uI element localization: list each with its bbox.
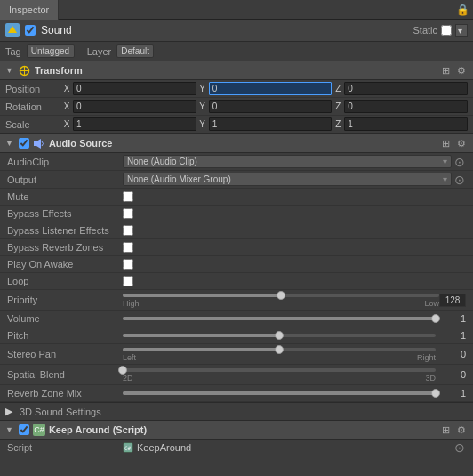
volume-slider-wrap (123, 315, 436, 322)
mute-checkbox[interactable] (123, 191, 133, 202)
output-value: None (Audio Mixer Group) (127, 174, 231, 184)
script-active-checkbox[interactable] (19, 424, 29, 435)
tab-bar: Inspector 🔒 (0, 0, 473, 20)
audioclip-dropdown[interactable]: None (Audio Clip) ▾ (123, 155, 452, 168)
loop-row: Loop (0, 273, 473, 290)
scale-x-label: X (62, 119, 71, 129)
play-on-awake-checkbox[interactable] (123, 259, 133, 270)
priority-low: Low (424, 299, 439, 308)
spatial-blend-track[interactable] (123, 368, 436, 372)
tag-layer-row: Tag Untagged Layer Default (0, 42, 473, 61)
object-active-checkbox[interactable] (25, 25, 36, 36)
scale-z-input[interactable] (344, 117, 468, 131)
priority-value[interactable]: 128 (439, 294, 466, 307)
static-dropdown[interactable]: ▾ (455, 24, 468, 37)
rot-z-input[interactable] (344, 100, 468, 113)
script-dot[interactable]: ⊙ (453, 441, 466, 454)
stereo-pan-track[interactable] (123, 348, 436, 351)
rot-x-label: X (62, 101, 71, 111)
transform-info-icon[interactable]: ⊞ (439, 64, 452, 77)
transform-icon (19, 64, 31, 77)
stereo-pan-row: Stereo Pan Left Right 0 (0, 344, 473, 365)
volume-thumb[interactable] (431, 314, 440, 323)
pitch-thumb[interactable] (275, 331, 284, 340)
stereo-pan-value[interactable]: 0 (439, 349, 466, 359)
pos-z-label: Z (333, 84, 342, 93)
scale-y-input[interactable] (209, 117, 333, 131)
pos-y-label: Y (198, 84, 207, 93)
layer-label: Layer (87, 46, 112, 57)
3d-settings-label: 3D Sound Settings (20, 407, 101, 417)
svg-rect-5 (34, 141, 36, 146)
stereo-left: Left (123, 353, 136, 362)
svg-marker-6 (36, 139, 41, 149)
pos-z-input[interactable] (344, 82, 468, 95)
reverb-label: Reverb Zone Mix (7, 388, 123, 399)
bypass-effects-row: Bypass Effects (0, 206, 473, 222)
priority-thumb[interactable] (277, 291, 285, 300)
transform-header[interactable]: ▼ Transform ⊞ ⚙ (0, 61, 473, 80)
pitch-track[interactable] (123, 334, 436, 337)
lock-icon[interactable]: 🔒 (456, 4, 469, 16)
rot-z-label: Z (333, 101, 342, 111)
spatial-blend-value[interactable]: 0 (439, 369, 466, 380)
rot-x-input[interactable] (73, 100, 196, 113)
rotation-xyz: X Y Z (62, 100, 468, 113)
tag-dropdown[interactable]: Untagged (27, 44, 75, 58)
layer-dropdown[interactable]: Default (116, 44, 154, 58)
output-arrow: ▾ (443, 174, 447, 184)
pos-y-input[interactable] (209, 82, 333, 95)
position-xyz: X Y Z (62, 82, 468, 95)
script-section: ▼ C# Keep Around (Script) ⊞ ⚙ Script C# … (0, 421, 473, 456)
script-info-icon[interactable]: ⊞ (439, 424, 452, 436)
pitch-slider-wrap (123, 332, 436, 339)
script-arrow: ▼ (5, 425, 13, 434)
priority-slider-wrap: High Low (123, 292, 439, 308)
volume-label: Volume (7, 313, 123, 324)
output-dropdown[interactable]: None (Audio Mixer Group) ▾ (123, 173, 452, 186)
3d-sound-settings[interactable]: ▶ 3D Sound Settings (0, 403, 473, 421)
pitch-label: Pitch (7, 330, 123, 341)
script-row: Script C# KeepAround ⊙ (0, 440, 473, 456)
bypass-listener-checkbox[interactable] (123, 225, 133, 236)
stereo-pan-thumb[interactable] (275, 345, 284, 354)
bypass-effects-checkbox[interactable] (123, 208, 133, 219)
transform-gear-icon[interactable]: ⚙ (455, 64, 468, 77)
scale-y-label: Y (198, 119, 207, 129)
volume-track[interactable] (123, 317, 436, 320)
script-gear-icon[interactable]: ⚙ (455, 424, 468, 436)
audio-source-checkbox[interactable] (19, 138, 29, 149)
stereo-pan-label: Stereo Pan (7, 349, 123, 359)
audio-gear-icon[interactable]: ⚙ (455, 137, 468, 149)
inspector-tab[interactable]: Inspector (0, 0, 59, 20)
pos-x-input[interactable] (73, 82, 196, 95)
audio-arrow: ▼ (5, 139, 13, 148)
reverb-value[interactable]: 1 (439, 388, 466, 399)
script-value: KeepAround (137, 442, 191, 453)
audio-source-title: Audio Source (49, 138, 436, 149)
scale-x-input[interactable] (73, 117, 196, 131)
static-checkbox[interactable] (441, 25, 452, 36)
reverb-thumb[interactable] (431, 389, 440, 398)
loop-checkbox[interactable] (123, 276, 133, 286)
play-on-awake-label: Play On Awake (7, 259, 123, 270)
audio-source-header[interactable]: ▼ Audio Source ⊞ ⚙ (0, 134, 473, 153)
spatial-blend-thumb[interactable] (118, 366, 127, 375)
3d-settings-arrow: ▶ (5, 406, 12, 417)
spatial-sub: 2D 3D (123, 374, 436, 383)
audio-info-icon[interactable]: ⊞ (439, 137, 452, 149)
svg-text:C#: C# (124, 445, 132, 451)
pos-x-label: X (62, 84, 71, 93)
spatial-2d: 2D (123, 374, 133, 383)
volume-value[interactable]: 1 (439, 313, 466, 324)
output-dot[interactable]: ⊙ (453, 173, 466, 186)
script-header[interactable]: ▼ C# Keep Around (Script) ⊞ ⚙ (0, 421, 473, 440)
reverb-track[interactable] (123, 391, 436, 395)
object-header: Sound Static ▾ (0, 20, 473, 42)
bypass-reverb-checkbox[interactable] (123, 242, 133, 253)
priority-track[interactable] (123, 294, 439, 297)
static-label: Static (413, 25, 437, 36)
audioclip-dot[interactable]: ⊙ (453, 156, 466, 168)
pitch-value[interactable]: 1 (439, 330, 466, 341)
rot-y-input[interactable] (209, 100, 333, 113)
